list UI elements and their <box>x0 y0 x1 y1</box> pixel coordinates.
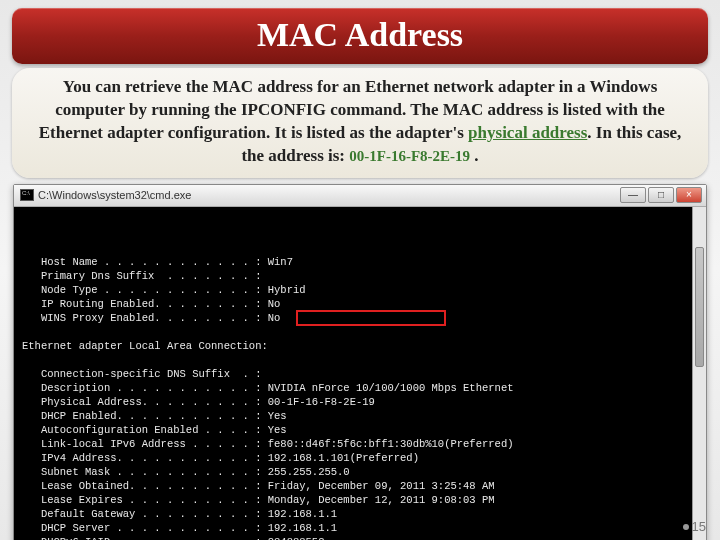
terminal-output: Host Name . . . . . . . . . . . . : Win7… <box>14 207 706 540</box>
cmd-window-title: C:\Windows\system32\cmd.exe <box>38 189 191 201</box>
description-mac: 00-1F-16-F8-2E-19 <box>349 148 470 164</box>
scrollbar[interactable] <box>692 207 706 540</box>
cmd-window-titlebar: C:\Windows\system32\cmd.exe — □ × <box>14 185 706 207</box>
maximize-button[interactable]: □ <box>648 187 674 203</box>
close-button[interactable]: × <box>676 187 702 203</box>
slide-description: You can retrieve the MAC address for an … <box>12 68 708 178</box>
page-number-value: 15 <box>692 519 706 534</box>
minimize-button[interactable]: — <box>620 187 646 203</box>
description-text-3: . <box>470 146 479 165</box>
description-highlight: physical address <box>468 123 587 142</box>
cmd-window: C:\Windows\system32\cmd.exe — □ × Host N… <box>13 184 707 540</box>
bullet-icon <box>683 524 689 530</box>
window-buttons: — □ × <box>620 187 702 203</box>
cmd-icon <box>20 189 34 201</box>
slide-title: MAC Address <box>12 8 708 64</box>
page-number: 15 <box>683 519 706 534</box>
scrollbar-thumb[interactable] <box>695 247 704 367</box>
